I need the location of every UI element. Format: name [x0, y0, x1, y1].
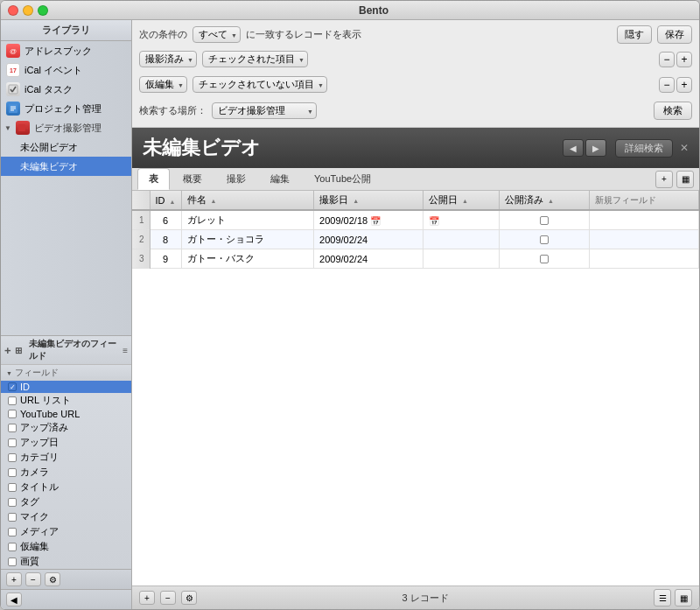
- sidebar-back-button[interactable]: ◀: [6, 592, 22, 606]
- search-location-select[interactable]: ビデオ撮影管理: [212, 102, 317, 119]
- row2-select1[interactable]: 仮編集: [139, 76, 187, 93]
- col-pub-date-header[interactable]: 公開日 ▲: [423, 191, 499, 210]
- close-button[interactable]: [8, 5, 18, 16]
- add-field-button[interactable]: +: [6, 572, 22, 586]
- media-back-button[interactable]: ◀: [563, 139, 584, 157]
- field-item-tag[interactable]: タグ: [1, 494, 131, 509]
- cell-date-1[interactable]: 2009/02/18 📅: [314, 210, 424, 230]
- row1-select1[interactable]: 撮影済み: [139, 51, 197, 67]
- field-checkbox-gamen[interactable]: [8, 557, 17, 566]
- cell-name-1[interactable]: ガレット: [181, 210, 314, 230]
- field-item-upday[interactable]: アップ日: [1, 435, 131, 450]
- detail-search-button[interactable]: 詳細検索: [615, 139, 673, 158]
- published-checkbox-2[interactable]: [540, 235, 549, 244]
- cell-published-2[interactable]: [499, 230, 590, 249]
- cell-id-2[interactable]: 8: [150, 230, 181, 249]
- cell-id-3[interactable]: 9: [150, 249, 181, 269]
- cell-pub-date-2[interactable]: [423, 230, 499, 249]
- cell-id-1[interactable]: 6: [150, 210, 181, 230]
- cell-name-2[interactable]: ガトー・ショコラ: [181, 230, 314, 249]
- cell-new-2[interactable]: [590, 230, 699, 249]
- cell-published-3[interactable]: [499, 249, 590, 269]
- field-item-youtube[interactable]: YouTube URL: [1, 408, 131, 420]
- tab-table[interactable]: 表: [137, 168, 170, 190]
- tab-list-button[interactable]: ▦: [676, 171, 694, 188]
- col-date-header[interactable]: 撮影日 ▲: [314, 191, 424, 210]
- field-checkbox-mic[interactable]: [8, 513, 17, 522]
- sidebar-item-ical-task[interactable]: iCal タスク: [1, 80, 131, 99]
- field-checkbox-edit[interactable]: [8, 543, 17, 551]
- row1-select2[interactable]: チェックされた項目: [202, 51, 308, 67]
- remove-field-button[interactable]: −: [25, 572, 41, 586]
- row2-select2[interactable]: チェックされていない項目: [192, 76, 327, 93]
- field-item-gamen[interactable]: 画質: [1, 554, 131, 569]
- field-item-url[interactable]: URL リスト: [1, 393, 131, 408]
- bottom-grid-icon[interactable]: ▦: [675, 589, 692, 606]
- tab-shoot[interactable]: 撮影: [215, 168, 257, 190]
- field-item-media[interactable]: メディア: [1, 524, 131, 539]
- sidebar-item-address-book[interactable]: @ アドレスブック: [1, 41, 131, 60]
- col-id-header[interactable]: ID ▲: [150, 191, 181, 210]
- field-item-edit[interactable]: 仮編集: [1, 539, 131, 554]
- save-button[interactable]: 保存: [657, 25, 692, 44]
- field-checkbox-uploaded[interactable]: [8, 424, 17, 432]
- field-item-mic[interactable]: マイク: [1, 509, 131, 524]
- add-tab-button[interactable]: +: [655, 171, 673, 188]
- calendar-icon-1[interactable]: 📅: [370, 216, 381, 226]
- bottom-list-icon[interactable]: ☰: [654, 589, 671, 606]
- plus-icon[interactable]: +: [4, 344, 11, 357]
- field-checkbox-upday[interactable]: [8, 438, 17, 447]
- minimize-button[interactable]: [23, 5, 33, 16]
- bottom-remove-button[interactable]: −: [160, 591, 176, 605]
- tab-edit[interactable]: 編集: [259, 168, 301, 190]
- calendar-icon-pub-1[interactable]: 📅: [429, 216, 439, 226]
- published-checkbox-1[interactable]: [540, 216, 549, 225]
- sidebar-item-project[interactable]: プロジェクト管理: [1, 99, 131, 118]
- gear-field-button[interactable]: ⚙: [45, 572, 60, 586]
- row1-minus-button[interactable]: −: [659, 52, 675, 67]
- cell-date-3[interactable]: 2009/02/24: [314, 249, 424, 269]
- field-checkbox-category[interactable]: [8, 453, 17, 462]
- field-item-title[interactable]: タイトル: [1, 480, 131, 494]
- sidebar-item-video-group[interactable]: ▼ ビデオ撮影管理: [1, 118, 131, 137]
- condition-all-select[interactable]: すべて: [192, 26, 241, 43]
- grid-icon[interactable]: ⊞: [15, 346, 22, 355]
- sidebar-item-unedited[interactable]: 未編集ビデオ: [1, 157, 131, 176]
- published-checkbox-3[interactable]: [540, 255, 549, 263]
- row1-plus-button[interactable]: +: [676, 52, 692, 67]
- field-item-category[interactable]: カテゴリ: [1, 450, 131, 465]
- field-checkbox-id[interactable]: ✓: [8, 382, 17, 391]
- field-checkbox-camera[interactable]: [8, 468, 17, 477]
- row2-plus-button[interactable]: +: [676, 77, 692, 93]
- data-table-wrap[interactable]: ID ▲ 件名 ▲ 撮影日 ▲: [132, 191, 699, 585]
- hide-button[interactable]: 隠す: [617, 25, 652, 44]
- row2-minus-button[interactable]: −: [659, 77, 675, 93]
- cell-new-1[interactable]: [590, 210, 699, 230]
- cell-published-1[interactable]: [499, 210, 590, 230]
- close-x-button[interactable]: ✕: [680, 142, 689, 154]
- cell-date-2[interactable]: 2009/02/24: [314, 230, 424, 249]
- field-checkbox-media[interactable]: [8, 528, 17, 536]
- cell-pub-date-1[interactable]: 📅: [423, 210, 499, 230]
- fields-scroll[interactable]: ✓ ID URL リスト YouTube URL: [1, 381, 131, 569]
- cell-new-3[interactable]: [590, 249, 699, 269]
- sidebar-item-unpublished[interactable]: 未公開ビデオ: [1, 137, 131, 157]
- field-checkbox-url[interactable]: [8, 396, 17, 405]
- field-item-uploaded[interactable]: アップ済み: [1, 420, 131, 435]
- tab-youtube[interactable]: YouTube公開: [303, 168, 382, 190]
- bottom-gear-button[interactable]: ⚙: [181, 591, 197, 605]
- maximize-button[interactable]: [38, 5, 48, 16]
- cell-name-3[interactable]: ガトー・バスク: [181, 249, 314, 269]
- col-published-header[interactable]: 公開済み ▲: [499, 191, 590, 210]
- field-item-id[interactable]: ✓ ID: [1, 381, 131, 393]
- col-name-header[interactable]: 件名 ▲: [181, 191, 314, 210]
- bottom-add-button[interactable]: +: [139, 591, 155, 605]
- search-button[interactable]: 検索: [654, 102, 692, 120]
- tab-summary[interactable]: 概要: [172, 168, 214, 190]
- field-checkbox-title[interactable]: [8, 483, 17, 492]
- sidebar-item-ical-event[interactable]: 17 iCal イベント: [1, 60, 131, 80]
- cell-pub-date-3[interactable]: [423, 249, 499, 269]
- col-new-field-header[interactable]: 新規フィールド: [590, 191, 699, 210]
- field-checkbox-youtube[interactable]: [8, 410, 17, 418]
- field-checkbox-tag[interactable]: [8, 498, 17, 507]
